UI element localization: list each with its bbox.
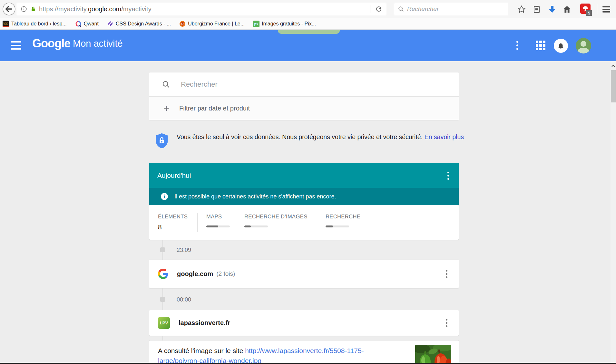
bookmark-label: Images gratuites - Pix... [262, 21, 316, 27]
timeline-time: 00:00 [177, 296, 191, 303]
activity-search-input[interactable] [180, 80, 459, 89]
activity-item-google[interactable]: google.com (2 fois) [149, 260, 459, 288]
activity-search-row[interactable] [149, 72, 459, 97]
home-icon [562, 5, 572, 14]
activity-title: lapassionverte.fr [179, 319, 230, 327]
url-subdomain: https://myactivity [39, 5, 86, 13]
activity-title: google.com [177, 270, 213, 278]
activity-detail-card: A consulté l'image sur le site http://ww… [149, 340, 459, 364]
activity-search-card: + Filtrer par date et produit [149, 72, 459, 120]
bookmark-label: Ubergizmo France | Le... [188, 21, 245, 27]
google-logo[interactable]: Google [32, 37, 70, 50]
avatar-head [581, 41, 586, 47]
stat-value: 8 [158, 223, 188, 231]
clipboard-icon [533, 5, 541, 14]
home-button[interactable] [562, 4, 572, 15]
browser-chrome: https://myactivity.google.com/myactivity [0, 0, 616, 30]
lpv-favicon: LPV [158, 317, 170, 329]
header-more-button[interactable] [512, 39, 523, 52]
timeline-time: 23:09 [177, 247, 191, 254]
app-header: Google Mon activité [0, 30, 616, 61]
qwant-favicon [75, 21, 82, 27]
url-domain: .google.com [86, 5, 121, 13]
info-icon: i [161, 193, 168, 200]
bookmark-item-cssda[interactable]: CSS Design Awards - ... [107, 21, 171, 27]
today-card: Aujourd'hui i Il est possible que certai… [149, 163, 459, 205]
browser-search-input[interactable] [406, 5, 508, 13]
toolbar-divider [597, 4, 597, 14]
bookmark-star-button[interactable] [516, 4, 527, 15]
hamburger-icon [602, 6, 611, 13]
stat-label: RECHERCHE D'IMAGES [244, 214, 308, 220]
scroll-up-arrow[interactable] [611, 62, 616, 69]
search-progress-bar [326, 225, 349, 227]
page-title: Mon activité [73, 38, 123, 49]
bookmark-label: CSS Design Awards - ... [116, 21, 171, 27]
item-more-button[interactable] [442, 267, 451, 280]
activity-item-lapassionverte[interactable]: LPV lapassionverte.fr [149, 310, 459, 336]
reload-icon[interactable] [375, 5, 383, 13]
notice-text: Il est possible que certaines activités … [174, 193, 336, 200]
activity-count: (2 fois) [216, 270, 235, 277]
timeline-dot [160, 247, 165, 252]
library-button[interactable] [531, 4, 542, 15]
privacy-text: Vous êtes le seul à voir ces données. No… [177, 133, 425, 140]
item-more-button[interactable] [442, 317, 451, 330]
bookmark-item-qwant[interactable]: Qwant [75, 21, 99, 27]
timeline-line [162, 336, 163, 340]
search-icon [397, 5, 405, 13]
search-icon [161, 80, 171, 89]
stat-image-search[interactable]: RECHERCHE D'IMAGES [244, 214, 308, 227]
downloads-button[interactable] [547, 4, 558, 15]
filter-row[interactable]: + Filtrer par date et produit [149, 97, 459, 120]
stat-maps[interactable]: MAPS [206, 214, 230, 227]
avira-extension-button[interactable]: 5 [580, 4, 591, 14]
page-info-icon[interactable] [20, 5, 27, 13]
bookmark-item-pixabay[interactable]: px Images gratuites - Pix... [253, 21, 316, 27]
firefox-menu-button[interactable] [601, 4, 612, 15]
learn-more-link[interactable]: En savoir plus [425, 133, 464, 140]
today-notice-bar: i Il est possible que certaines activité… [149, 188, 459, 205]
pepper-image-thumbnail[interactable] [415, 345, 451, 364]
image-search-progress-bar [244, 225, 268, 227]
url-path: /myactivity [121, 5, 151, 13]
urlbar-divider [370, 5, 370, 13]
cssda-favicon [107, 21, 113, 27]
today-title: Aujourd'hui [157, 172, 191, 179]
back-button[interactable] [2, 2, 16, 16]
stat-elements: ÉLÉMENTS 8 [158, 214, 188, 231]
url-bar[interactable]: https://myactivity.google.com/myactivity [17, 3, 386, 15]
pepper-image [415, 345, 451, 364]
page-scrollbar[interactable] [611, 61, 616, 364]
today-more-button[interactable] [443, 169, 453, 182]
download-arrow-icon [548, 5, 557, 14]
star-icon [517, 5, 526, 14]
detail-prefix: A consulté l'image sur le site [158, 347, 245, 354]
scrollbar-thumb[interactable] [611, 70, 616, 102]
back-arrow-icon [2, 2, 16, 16]
stat-label: MAPS [206, 214, 230, 220]
google-g-icon [158, 269, 168, 279]
chevron-up-icon [611, 65, 615, 67]
stat-label: RECHERCHE [326, 214, 360, 220]
notifications-button[interactable] [554, 39, 568, 53]
stats-divider [197, 213, 198, 232]
https-lock-icon[interactable] [30, 5, 36, 13]
privacy-shield-icon [155, 133, 169, 149]
browser-search-bar[interactable] [394, 3, 508, 15]
bookmark-item-lpp[interactable]: lpp Tableau de bord ‹ lesp... [3, 21, 67, 27]
bookmark-item-ubergizmo[interactable]: Ubergizmo France | Le... [179, 21, 245, 27]
bell-icon [557, 42, 564, 49]
avira-badge: 5 [586, 10, 592, 16]
app-menu-button[interactable] [11, 41, 21, 50]
bookmarks-bar: lpp Tableau de bord ‹ lesp... Qwant CSS … [0, 18, 616, 30]
stat-search[interactable]: RECHERCHE [326, 214, 360, 227]
bookmark-label: Qwant [84, 21, 99, 27]
plus-icon: + [161, 102, 171, 114]
account-avatar[interactable] [576, 38, 591, 53]
maps-progress-bar [206, 225, 230, 227]
activity-detail-text: A consulté l'image sur le site http://ww… [158, 346, 403, 364]
google-apps-button[interactable] [536, 41, 545, 50]
url-text: https://myactivity.google.com/myactivity [39, 5, 369, 13]
bookmark-label: Tableau de bord ‹ lesp... [11, 21, 67, 27]
